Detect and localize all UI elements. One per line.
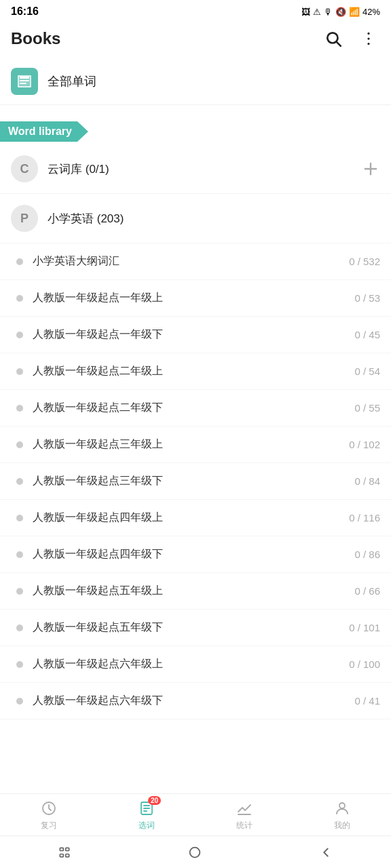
bullet-icon bbox=[16, 661, 23, 668]
sub-item-name: 人教版一年级起点二年级下 bbox=[33, 401, 354, 415]
bullet-icon bbox=[16, 478, 23, 485]
bullet-icon bbox=[16, 441, 23, 448]
bullet-icon bbox=[16, 625, 23, 631]
list-item[interactable]: 人教版一年级起点一年级下 0 / 45 bbox=[0, 317, 391, 353]
photo-icon: 🖼 bbox=[301, 7, 310, 17]
list-item[interactable]: 人教版一年级起点五年级上 0 / 66 bbox=[0, 573, 391, 610]
bullet-icon bbox=[16, 588, 23, 595]
bullet-icon bbox=[16, 368, 23, 375]
status-time: 16:16 bbox=[11, 5, 39, 18]
list-item[interactable]: 人教版一年级起点二年级下 0 / 55 bbox=[0, 390, 391, 427]
sub-items-list: 小学英语大纲词汇 0 / 532 人教版一年级起点一年级上 0 / 53 人教版… bbox=[0, 243, 391, 719]
review-icon bbox=[40, 800, 58, 817]
sub-item-name: 人教版一年级起点五年级上 bbox=[33, 584, 354, 598]
svg-point-17 bbox=[339, 803, 345, 808]
sub-item-name: 人教版一年级起点三年级下 bbox=[33, 474, 354, 488]
list-item[interactable]: 人教版一年级起点四年级上 0 / 116 bbox=[0, 500, 391, 536]
all-words-icon bbox=[11, 68, 38, 95]
nav-label-review: 复习 bbox=[41, 820, 57, 831]
nav-item-select[interactable]: 20 选词 bbox=[98, 800, 196, 831]
sub-item-name: 人教版一年级起点四年级上 bbox=[33, 511, 349, 525]
nav-item-mine[interactable]: 我的 bbox=[293, 800, 391, 831]
sub-item-count: 0 / 45 bbox=[354, 329, 380, 340]
status-bar: 16:16 🖼 ⚠ 🎙 🔇 📶 42% bbox=[0, 0, 391, 20]
svg-rect-20 bbox=[60, 854, 64, 856]
wifi-icon: 📶 bbox=[349, 7, 360, 17]
word-library-label: Word library bbox=[8, 125, 72, 138]
sub-item-count: 0 / 53 bbox=[354, 292, 380, 304]
sub-item-count: 0 / 116 bbox=[349, 512, 380, 524]
list-item[interactable]: 人教版一年级起点一年级上 0 / 53 bbox=[0, 280, 391, 317]
nav-label-select: 选词 bbox=[138, 820, 155, 831]
sub-item-count: 0 / 84 bbox=[354, 475, 380, 487]
sub-item-name: 人教版一年级起点六年级下 bbox=[33, 694, 354, 708]
sub-item-count: 0 / 102 bbox=[349, 439, 380, 450]
sub-item-count: 0 / 66 bbox=[354, 585, 380, 597]
app-bar-actions bbox=[322, 27, 380, 50]
app-bar: Books bbox=[0, 20, 391, 58]
mine-icon bbox=[333, 800, 351, 817]
page-title: Books bbox=[11, 29, 60, 48]
word-library-header: Word library bbox=[0, 121, 88, 142]
list-item[interactable]: 人教版一年级起点六年级上 0 / 100 bbox=[0, 646, 391, 683]
sub-item-count: 0 / 54 bbox=[354, 366, 380, 377]
svg-rect-7 bbox=[20, 80, 29, 81]
sys-nav-back[interactable] bbox=[302, 840, 350, 865]
list-item[interactable]: 人教版一年级起点二年级上 0 / 54 bbox=[0, 353, 391, 390]
svg-rect-21 bbox=[66, 854, 69, 856]
sub-item-name: 人教版一年级起点二年级上 bbox=[33, 364, 354, 378]
content-area: 全部单词 Word library C 云词库 (0/1) P 小学英语 (20… bbox=[0, 58, 391, 868]
bullet-icon bbox=[16, 258, 23, 265]
primary-section-name: 小学英语 (203) bbox=[48, 211, 380, 226]
signal-mute-icon: 🔇 bbox=[335, 7, 346, 17]
list-item[interactable]: 人教版一年级起点三年级下 0 / 84 bbox=[0, 463, 391, 500]
list-item[interactable]: 人教版一年级起点三年级上 0 / 102 bbox=[0, 427, 391, 463]
svg-point-22 bbox=[190, 847, 200, 857]
list-item[interactable]: 人教版一年级起点四年级下 0 / 86 bbox=[0, 536, 391, 573]
bullet-icon bbox=[16, 332, 23, 338]
sub-item-name: 小学英语大纲词汇 bbox=[33, 254, 349, 269]
bullet-icon bbox=[16, 405, 23, 412]
svg-rect-19 bbox=[66, 848, 69, 850]
all-words-label: 全部单词 bbox=[48, 73, 96, 90]
nav-label-mine: 我的 bbox=[334, 820, 350, 831]
add-cloud-button[interactable] bbox=[361, 159, 380, 178]
word-library-section: Word library bbox=[0, 112, 391, 144]
svg-point-4 bbox=[367, 43, 369, 45]
section-item-primary[interactable]: P 小学英语 (203) bbox=[0, 194, 391, 243]
svg-rect-8 bbox=[20, 83, 26, 84]
svg-point-2 bbox=[367, 33, 369, 35]
svg-rect-18 bbox=[60, 848, 64, 850]
more-button[interactable] bbox=[357, 27, 380, 50]
sub-item-name: 人教版一年级起点一年级下 bbox=[33, 328, 354, 342]
sub-item-name: 人教版一年级起点三年级上 bbox=[33, 437, 349, 452]
section-item-cloud[interactable]: C 云词库 (0/1) bbox=[0, 144, 391, 194]
nav-item-stats[interactable]: 统计 bbox=[196, 800, 293, 831]
sub-item-count: 0 / 41 bbox=[354, 695, 380, 707]
stats-icon bbox=[236, 800, 253, 817]
svg-point-3 bbox=[367, 37, 369, 39]
sys-nav-home[interactable] bbox=[171, 840, 219, 865]
cloud-section-name: 云词库 (0/1) bbox=[48, 161, 361, 177]
svg-line-1 bbox=[337, 42, 341, 46]
sub-item-name: 人教版一年级起点五年级下 bbox=[33, 620, 349, 635]
sub-item-name: 人教版一年级起点一年级上 bbox=[33, 291, 354, 305]
bullet-icon bbox=[16, 295, 23, 302]
search-button[interactable] bbox=[322, 27, 345, 50]
select-badge: 20 bbox=[148, 796, 161, 805]
list-item[interactable]: 人教版一年级起点五年级下 0 / 101 bbox=[0, 610, 391, 646]
select-icon: 20 bbox=[138, 800, 155, 817]
bullet-icon bbox=[16, 698, 23, 705]
sub-item-count: 0 / 86 bbox=[354, 549, 380, 560]
list-item[interactable]: 小学英语大纲词汇 0 / 532 bbox=[0, 243, 391, 280]
bottom-nav: 复习 20 选词 统计 我的 bbox=[0, 793, 391, 835]
sub-item-count: 0 / 101 bbox=[349, 622, 380, 633]
sub-item-count: 0 / 100 bbox=[349, 658, 380, 670]
sys-nav-recents[interactable] bbox=[41, 840, 88, 865]
primary-avatar: P bbox=[11, 205, 38, 232]
nav-item-review[interactable]: 复习 bbox=[0, 800, 98, 831]
all-words-row[interactable]: 全部单词 bbox=[0, 58, 391, 105]
list-item[interactable]: 人教版一年级起点六年级下 0 / 41 bbox=[0, 683, 391, 719]
sub-item-name: 人教版一年级起点六年级上 bbox=[33, 657, 349, 671]
warning-icon: ⚠ bbox=[313, 7, 321, 17]
